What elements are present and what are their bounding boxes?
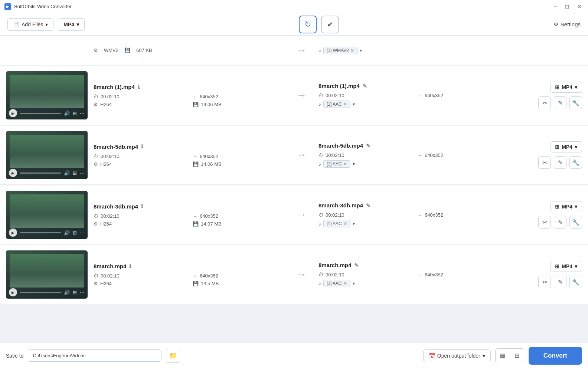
format-dropdown-icon-0: ▾ — [575, 84, 577, 90]
grid-view-button[interactable]: ⊞ — [510, 349, 524, 363]
calendar-icon: 📅 — [429, 353, 435, 359]
browse-folder-button[interactable]: 📁 — [166, 349, 180, 363]
edit-icon-3[interactable]: ✎ — [354, 262, 359, 268]
table-row: ▶ 🔊 ⊞ ⋯ 8march-3db.mp4 ℹ ⏱ 00:02:10 ↔ 64… — [0, 185, 588, 244]
audio-dropdown-icon-1[interactable]: ▾ — [353, 161, 355, 167]
audio-remove-btn-3[interactable]: ✕ — [343, 281, 347, 286]
settings-button-2[interactable]: 🔧 — [569, 216, 582, 229]
out-duration-item-2: ⏱ 00:02:10 — [318, 212, 410, 218]
audio-track-0: ♪ [1] AAC ✕ ▾ — [318, 101, 509, 108]
bottom-right-controls: 📅 Open output folder ▾ ▦ ⊞ Convert — [184, 347, 582, 365]
more-icon-0[interactable]: ⋯ — [80, 111, 85, 116]
grid-icon-1[interactable]: ⊞ — [73, 170, 77, 176]
output-name-2: 8march-3db.mp4 ✎ — [318, 202, 509, 208]
volume-icon-3[interactable]: 🔊 — [64, 290, 70, 295]
settings-button-3[interactable]: 🔧 — [569, 276, 582, 288]
crop-button-2[interactable]: ✂ — [538, 216, 551, 229]
crop-icon-2: ✂ — [542, 219, 547, 226]
audio-dropdown-icon-2[interactable]: ▾ — [353, 221, 355, 226]
resolution-icon-3: ↔ — [193, 273, 197, 279]
edit-button-2[interactable]: ✎ — [554, 216, 566, 229]
settings-gear-icon: ⚙ — [553, 21, 558, 28]
format-grid-icon-0: ⊞ — [555, 84, 559, 90]
settings-button-0[interactable]: 🔧 — [569, 96, 582, 109]
settings-button-1[interactable]: 🔧 — [569, 156, 582, 169]
convert-button[interactable]: Convert — [529, 347, 582, 365]
crop-button-1[interactable]: ✂ — [538, 156, 551, 169]
output-meta-3: ⏱ 00:02:10 ↔ 640x352 ♪ [1] AAC ✕ ▾ — [318, 272, 509, 287]
window-controls: − □ ✕ — [552, 3, 584, 11]
audio-remove-btn-0[interactable]: ✕ — [343, 102, 347, 107]
format-selector-0[interactable]: ⊞ MP4 ▾ — [550, 82, 582, 93]
output-info-1: 8march-5db.mp4 ✎ ⏱ 00:02:10 ↔ 640x352 ♪ … — [313, 142, 515, 168]
maximize-button[interactable]: □ — [564, 3, 571, 10]
table-row: ▶ 🔊 ⊞ ⋯ 8march.mp4 ℹ ⏱ 00:02:10 ↔ 640x35… — [0, 245, 588, 304]
play-button-1[interactable]: ▶ — [9, 169, 17, 177]
grid-icon-3[interactable]: ⊞ — [73, 290, 77, 295]
format-selector-3[interactable]: ⊞ MP4 ▾ — [550, 261, 582, 272]
edit-icon-0[interactable]: ✎ — [363, 83, 367, 89]
crop-button-0[interactable]: ✂ — [538, 96, 551, 109]
check-button[interactable]: ✔ — [321, 16, 339, 33]
size-item-0: 💾 14.06 MB — [193, 102, 284, 107]
pen-icon-3: ✎ — [558, 279, 563, 286]
minimize-button[interactable]: − — [552, 3, 559, 10]
play-button-2[interactable]: ▶ — [9, 229, 17, 237]
file-info-0: 8march (1).mp4 ℹ ⏱ 00:02:10 ↔ 640x352 ⚙ … — [88, 84, 290, 107]
output-name-1: 8march-5db.mp4 ✎ — [318, 142, 509, 149]
play-button-3[interactable]: ▶ — [9, 288, 17, 296]
info-icon-1[interactable]: ℹ — [141, 144, 143, 150]
audio-remove-btn-2[interactable]: ✕ — [343, 221, 347, 226]
output-info-0: 8march (1).mp4 ✎ ⏱ 00:02:10 ↔ 640x352 ♪ … — [313, 83, 515, 108]
volume-icon-2[interactable]: 🔊 — [64, 230, 70, 236]
partial-audio-remove[interactable]: ✕ — [350, 48, 354, 53]
edit-button-3[interactable]: ✎ — [554, 276, 566, 288]
out-clock-icon-0: ⏱ — [318, 93, 323, 98]
edit-icon-1[interactable]: ✎ — [366, 143, 370, 149]
arrow-right-icon-0: → — [296, 89, 307, 101]
volume-icon-0[interactable]: 🔊 — [64, 111, 70, 116]
refresh-button[interactable]: ↻ — [299, 16, 317, 33]
arrow-col-3: → — [290, 269, 313, 280]
save-path-input[interactable] — [28, 349, 161, 362]
list-view-button[interactable]: ▦ — [496, 349, 510, 363]
audio-dropdown-icon-3[interactable]: ▾ — [353, 281, 355, 286]
more-icon-1[interactable]: ⋯ — [80, 170, 85, 176]
edit-icon-2[interactable]: ✎ — [366, 203, 370, 208]
settings-button[interactable]: ⚙ Settings — [553, 21, 581, 28]
size-item-3: 💾 13.5 MB — [193, 281, 284, 286]
close-button[interactable]: ✕ — [575, 3, 584, 11]
codec-icon-3: ⚙ — [94, 281, 98, 286]
open-output-folder-button[interactable]: 📅 Open output folder ▾ — [423, 349, 491, 362]
more-icon-3[interactable]: ⋯ — [80, 290, 85, 295]
codec-item-2: ⚙ H264 — [94, 221, 185, 227]
out-resolution-icon-1: ↔ — [418, 152, 422, 158]
audio-badge-1: [1] AAC ✕ — [323, 160, 350, 168]
crop-button-3[interactable]: ✂ — [538, 276, 551, 288]
info-icon-0[interactable]: ℹ — [138, 84, 140, 90]
toolbar: 📄 Add Files ▾ MP4 ▾ ↻ ✔ ⚙ Settings — [0, 13, 588, 36]
volume-icon-1[interactable]: 🔊 — [64, 170, 70, 176]
arrow-right-icon-2: → — [296, 209, 307, 221]
grid-icon-2[interactable]: ⊞ — [73, 230, 77, 236]
format-col-1: ⊞ MP4 ▾ ✂ ✎ 🔧 — [515, 141, 582, 169]
thumbnail-0: ▶ 🔊 ⊞ ⋯ — [6, 71, 88, 119]
format-selector-1[interactable]: ⊞ MP4 ▾ — [550, 141, 582, 152]
more-icon-2[interactable]: ⋯ — [80, 230, 85, 236]
add-files-button[interactable]: 📄 Add Files ▾ — [7, 18, 53, 31]
info-icon-3[interactable]: ℹ — [129, 263, 131, 269]
partial-audio-dropdown-icon[interactable]: ▾ — [360, 48, 362, 53]
edit-button-1[interactable]: ✎ — [554, 156, 566, 169]
audio-remove-btn-1[interactable]: ✕ — [343, 161, 347, 167]
play-button-0[interactable]: ▶ — [9, 109, 17, 117]
format-selector-2[interactable]: ⊞ MP4 ▾ — [550, 201, 582, 212]
resolution-item-1: ↔ 640x352 — [193, 154, 284, 159]
edit-button-0[interactable]: ✎ — [554, 96, 566, 109]
info-icon-2[interactable]: ℹ — [141, 203, 143, 209]
grid-icon-0[interactable]: ⊞ — [73, 111, 77, 116]
check-icon: ✔ — [327, 20, 333, 29]
format-selector-button[interactable]: MP4 ▾ — [58, 18, 85, 31]
size-item-2: 💾 14.07 MB — [193, 221, 284, 227]
audio-dropdown-icon-0[interactable]: ▾ — [353, 102, 355, 107]
clock-icon-3: ⏱ — [94, 273, 98, 279]
